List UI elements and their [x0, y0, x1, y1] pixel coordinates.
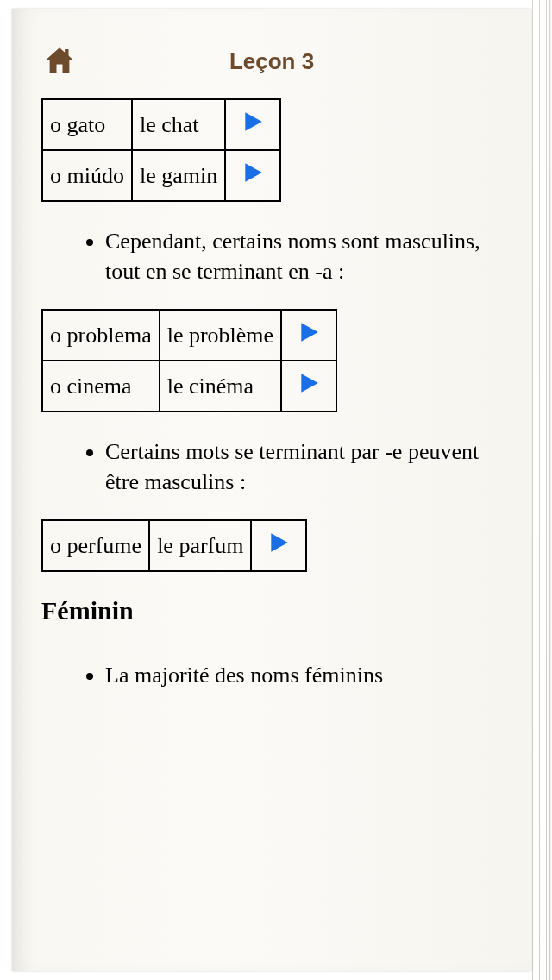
- lesson-title: Leçon 3: [41, 48, 502, 75]
- play-audio-button[interactable]: [225, 99, 280, 150]
- play-audio-button[interactable]: [281, 361, 336, 411]
- word-fr: le cinéma: [160, 361, 281, 411]
- section-heading-feminin: Féminin: [41, 596, 502, 625]
- note-list-1: Cependant, certains noms sont masculins,…: [41, 226, 502, 286]
- play-icon: [242, 110, 264, 133]
- vocab-table-1: o gato le chat o miúdo le gamin: [41, 98, 281, 202]
- book-page-edges: [531, 0, 552, 980]
- table-row: o perfume le parfum: [42, 520, 306, 571]
- word-fr: le parfum: [149, 520, 251, 571]
- play-audio-button[interactable]: [251, 520, 306, 571]
- play-icon: [267, 531, 290, 554]
- vocab-table-2: o problema le problème o cinema le ciném…: [41, 309, 337, 412]
- word-fr: le chat: [132, 99, 225, 150]
- play-audio-button[interactable]: [281, 310, 336, 361]
- table-row: o gato le chat: [42, 99, 280, 150]
- note-list-2: Certains mots se terminant par -e peuven…: [41, 437, 502, 497]
- word-pt: o gato: [42, 99, 132, 150]
- lesson-header: Leçon 3: [41, 43, 502, 79]
- word-pt: o perfume: [42, 520, 149, 571]
- note-item: Certains mots se terminant par -e peuven…: [105, 437, 502, 497]
- play-icon: [298, 321, 320, 343]
- note-list-3: La majorité des noms féminins: [41, 660, 502, 690]
- table-row: o miúdo le gamin: [42, 150, 280, 201]
- word-fr: le problème: [160, 310, 281, 361]
- vocab-table-3: o perfume le parfum: [41, 519, 307, 572]
- play-icon: [242, 161, 264, 184]
- table-row: o problema le problème: [42, 310, 336, 361]
- word-pt: o miúdo: [42, 150, 132, 201]
- table-row: o cinema le cinéma: [42, 361, 336, 411]
- word-pt: o cinema: [42, 361, 160, 411]
- word-fr: le gamin: [132, 150, 225, 201]
- play-icon: [298, 372, 320, 394]
- note-item: Cependant, certains noms sont masculins,…: [105, 226, 502, 286]
- note-item: La majorité des noms féminins: [105, 660, 502, 690]
- word-pt: o problema: [42, 310, 160, 361]
- play-audio-button[interactable]: [225, 150, 280, 201]
- page-surface: Leçon 3 o gato le chat o miúdo le gamin: [12, 9, 531, 971]
